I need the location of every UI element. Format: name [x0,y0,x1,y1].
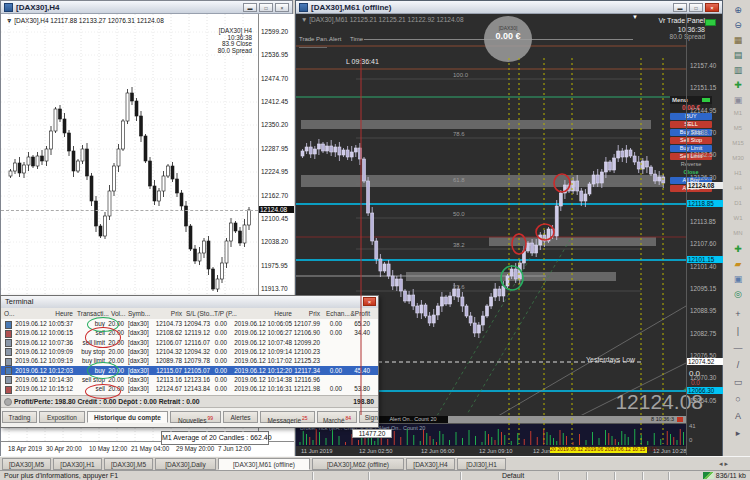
chart-tab-8[interactable]: [DJI30],H1 [457,458,506,470]
chart-tab-1[interactable]: [DAX30],M5 [2,458,51,470]
tab-historique-du-compte[interactable]: Historique du compte [87,411,168,423]
period-button[interactable]: H4 [730,183,746,196]
table-cell: 12099.20 [294,339,320,346]
alert-label[interactable]: Alert [329,36,341,43]
period-button[interactable]: M30 [730,153,746,166]
table-cell: 12108.62 [156,329,182,336]
add-indicator-icon[interactable]: ✚ [730,79,746,92]
tab-signaux[interactable]: Signaux [359,411,378,423]
indicator-name-label: Alert On.. Count 20 [378,416,448,423]
horizontal-line-icon[interactable]: ― [730,342,746,355]
tab-exposition[interactable]: Exposition [39,411,85,423]
column-header[interactable]: Echan... [326,310,350,317]
chart-tab-7[interactable]: [DAX30],H4 [406,458,455,470]
new-order-icon[interactable]: ✚ [730,243,746,256]
table-row[interactable]: 2019.06.12 10:05:37buy20.00[dax30]12104.… [1,319,378,328]
trendline-icon[interactable]: / [730,359,746,372]
column-header[interactable]: Prix [171,310,182,317]
fib-level-label: 78.6 [453,131,465,138]
table-row[interactable]: 2019.06.12 10:15:12sell20.00[dax30]12124… [1,384,378,393]
period-button[interactable]: M5 [730,123,746,136]
rectangle-icon[interactable]: ▭ [730,376,746,389]
sell-button[interactable]: SELL [670,121,712,128]
period-button[interactable]: M15 [730,138,746,151]
column-header[interactable]: &Profit [350,310,370,317]
bar-chart-icon[interactable]: ▤ [730,49,746,62]
template-icon[interactable]: ▣ [730,94,746,107]
period-button[interactable]: MN [730,228,746,241]
reverse-button[interactable]: Reverse [670,161,712,168]
average-candles-box: M1 Average of 20 Candles : 662.40 [161,431,269,445]
folder-icon[interactable]: ▰ [730,258,746,271]
text-icon[interactable]: A [730,410,746,423]
period-button[interactable]: W1 [730,213,746,226]
cursor-icon[interactable]: ▸ [730,427,746,440]
tab-trading[interactable]: Trading [2,411,37,423]
sell-stop-button[interactable]: Sell Stop [670,137,712,144]
price-label-box: 11477.20 [352,429,392,438]
chart-tab-6[interactable]: [DAX30],M62 (offline) [312,458,404,470]
summary-total: 198.80 [353,398,374,405]
status-profile[interactable]: Default [470,472,556,479]
column-header[interactable]: T/P (P... [214,310,237,317]
table-cell: 0.00 [330,367,342,374]
vertical-line-icon[interactable]: | [730,325,746,338]
trade-panel-menu[interactable]: Menu [670,96,712,104]
current-price-label: 12124.08 [687,182,723,189]
right-ohlc-readout: ▼ [DAX30],M61 12125.21 12125.21 12122.92… [301,16,464,23]
column-header[interactable]: Heure [55,310,73,317]
tab-nouvelles[interactable]: Nouvelles99 [170,411,221,423]
left-window-titlebar[interactable]: [DAX30],H4 ▬ □ × [1,1,292,14]
candle-chart-icon[interactable]: ▥ [730,64,746,77]
table-row[interactable]: 2019.06.12 10:14:30sell stop20.00[dax30]… [1,375,378,384]
price-tick-label: 12412.45 [261,98,288,105]
close-icon[interactable]: × [363,297,376,306]
column-header[interactable]: Vol... [111,310,125,317]
column-header[interactable]: O... [4,310,14,317]
tab-alertes[interactable]: Alertes [223,411,258,423]
zoom-in-icon[interactable]: ⊕ [730,4,746,17]
period-button[interactable]: M1 [730,108,746,121]
ellipse-icon[interactable]: ○ [730,393,746,406]
zoom-out-icon[interactable]: ⊖ [730,19,746,32]
column-header[interactable]: Prix [309,310,320,317]
close-button[interactable]: × [275,3,289,12]
table-row[interactable]: 2019.06.12 10:09:19buy limit20.00[dax30]… [1,356,378,365]
table-row[interactable]: 2019.06.12 10:09:09buy stop20.00[dax30]1… [1,347,378,356]
time-tick-label: 11 Jun 2019 [301,448,332,455]
hand-drawn-circle [85,384,121,399]
chart-tab-3[interactable]: [DAX30],M5 [104,458,153,470]
chart-tab-4[interactable]: [DAX30],Daily [155,458,216,470]
time-tick-label: 12 Jun 06:00 [421,448,455,455]
autotrade-icon[interactable]: ◎ [730,288,746,301]
table-cell: 0.00 [215,329,227,336]
panel-toggle[interactable] [705,19,716,26]
period-button[interactable]: D1 [730,198,746,211]
tile-windows-icon[interactable]: ▦ [730,34,746,47]
current-price-line [1,210,258,211]
chart-tab-5[interactable]: [DAX30],M61 (offline) [218,458,310,470]
tab-messagerie[interactable]: Messagerie25 [260,411,315,423]
chart-tab-2[interactable]: [DAX30],H1 [53,458,102,470]
table-row[interactable]: 2019.06.12 10:06:15sell20.00[dax30]12108… [1,328,378,337]
column-header[interactable]: Symb... [128,310,150,317]
table-row[interactable]: 2019.06.12 10:12:03buy20.00[dax30]12115.… [1,366,378,375]
period-button[interactable]: H1 [730,168,746,181]
table-cell: [dax30] [128,367,149,374]
tab-scroll-arrows[interactable]: ◂ ▸ [719,460,728,468]
tab-marché[interactable]: Marché84 [317,411,357,423]
level-price-label: 12074.52 [687,358,723,365]
chart-annotation: 80.0 Spread [218,47,252,54]
right-time-axis[interactable]: 11 Jun 201912 Jun 02:5012 Jun 06:0012 Ju… [296,446,722,456]
column-header[interactable]: S/L (Sto... [186,310,215,317]
minimize-button[interactable]: ▬ [243,3,257,12]
column-header[interactable]: Heure [274,310,292,317]
trade-pan-label[interactable]: Trade Pan... [299,36,332,43]
new-window-icon[interactable]: ▣ [730,273,746,286]
table-cell: 12117.34 [294,367,320,374]
maximize-button[interactable]: □ [259,3,273,12]
time-label[interactable]: Time [350,36,363,43]
crosshair-icon[interactable]: + [730,308,746,321]
table-cell: 12106.90 [294,329,320,336]
table-row[interactable]: 2019.06.12 10:07:36sell limit20.00[dax30… [1,338,378,347]
